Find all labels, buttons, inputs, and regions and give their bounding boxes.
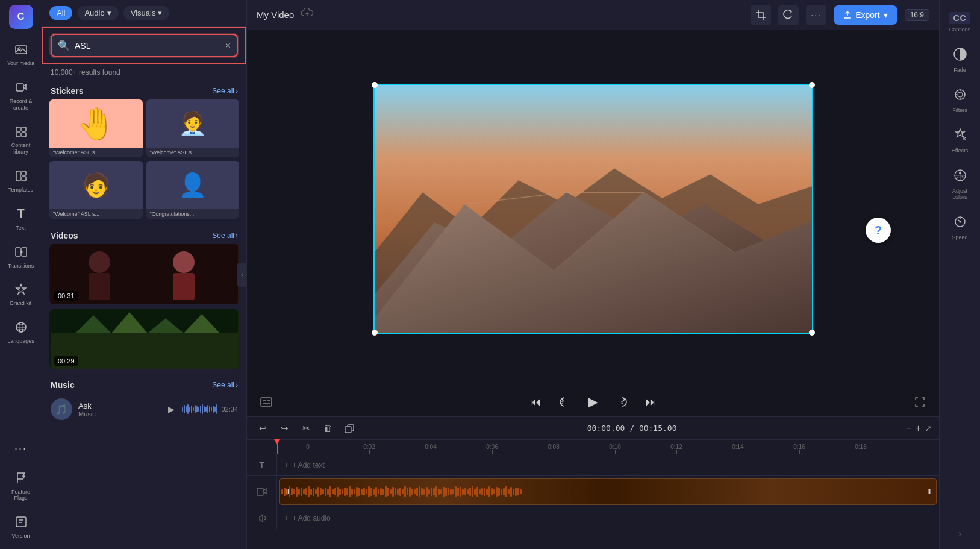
delete-button[interactable]: 🗑	[319, 420, 336, 437]
music-play-button[interactable]: ▶	[164, 402, 178, 416]
music-see-all[interactable]: See all ›	[212, 381, 238, 389]
music-info: Ask Music	[78, 401, 158, 418]
corner-handle-tl[interactable]	[372, 82, 378, 88]
stickers-grid: 🤚 "Welcome" ASL s... 🧑‍💼 "Welcome" ASL s…	[42, 99, 246, 225]
sidebar-item-brand-kit[interactable]: Brand kit	[3, 276, 39, 312]
filter-tab-visuals[interactable]: Visuals ▾	[123, 6, 170, 20]
clear-search-button[interactable]: ×	[225, 40, 231, 51]
undo-button[interactable]: ↩	[254, 420, 271, 437]
zoom-out-button[interactable]: −	[906, 423, 911, 434]
expand-timeline-button[interactable]: ⤢	[925, 424, 932, 433]
ruler-mark: 0:12	[646, 444, 707, 454]
sidebar-item-speed[interactable]: Speed	[943, 210, 978, 245]
ruler-mark: 0:04	[400, 444, 461, 454]
filter-tab-audio[interactable]: Audio ▾	[77, 6, 118, 20]
sidebar-item-text[interactable]: T Text	[3, 201, 39, 236]
sticker-item[interactable]: 🤚 "Welcome" ASL s...	[49, 99, 143, 157]
export-button[interactable]: Export ▾	[834, 5, 897, 25]
timeline-ruler: 0 0:02 0:04 0:06 0:08	[247, 440, 939, 454]
music-type: Music	[78, 410, 158, 418]
sidebar-item-effects[interactable]: Effects	[943, 123, 978, 158]
svg-text:5: 5	[621, 400, 623, 404]
sticker-thumb: 👤	[146, 161, 240, 209]
sidebar-item-version[interactable]: Version	[3, 509, 39, 544]
filter-tab-all[interactable]: All	[49, 6, 72, 20]
sidebar-item-transitions[interactable]: Transitions	[3, 239, 39, 274]
video-item[interactable]: 00:31	[49, 244, 239, 304]
svg-rect-0	[16, 46, 27, 54]
svg-rect-33	[345, 427, 351, 433]
sidebar-item-your-media[interactable]: Your media	[3, 36, 39, 72]
play-pause-button[interactable]: ▶	[584, 392, 603, 412]
search-input[interactable]	[75, 41, 220, 51]
timeline-tracks: T + + Add text ⏸	[247, 454, 939, 549]
add-text-button[interactable]: + + Add text	[277, 454, 939, 475]
corner-handle-bl[interactable]	[372, 330, 378, 336]
sticker-thumb: 🧑‍💼	[146, 99, 240, 148]
audio-track-row: + + Add audio	[247, 507, 939, 529]
fullscreen-button[interactable]	[910, 392, 929, 412]
svg-rect-8	[22, 171, 26, 175]
sticker-item[interactable]: 🧑 "Welcome" ASL s...	[49, 161, 143, 219]
forward-5s-button[interactable]: 5	[613, 392, 632, 412]
svg-rect-9	[22, 177, 26, 181]
sticker-item[interactable]: 👤 "Congratulations...	[146, 161, 240, 219]
timeline-toolbar: ↩ ↪ ✂ 🗑 00:00.00 / 00:15.00 − + ⤢	[247, 417, 939, 440]
video-track-clip[interactable]: ⏸ const heights = [8,14,10,18,12,8,16,10…	[279, 478, 937, 505]
skip-to-end-button[interactable]: ⏭	[641, 392, 661, 412]
sticker-label: "Congratulations...	[146, 209, 240, 219]
app-logo[interactable]: C	[9, 5, 33, 29]
video-item[interactable]: 00:29	[49, 309, 239, 369]
corner-handle-br[interactable]	[809, 330, 815, 336]
music-item[interactable]: 🎵 Ask Music ▶	[42, 394, 246, 425]
collapse-right-panel-button[interactable]: ›	[956, 526, 964, 542]
zoom-in-button[interactable]: +	[916, 423, 921, 434]
subtitle-toggle-button[interactable]	[257, 392, 276, 412]
fade-label: Fade	[953, 67, 966, 73]
sidebar-item-feature-flags[interactable]: Feature Flags	[3, 465, 39, 507]
video-frame	[373, 84, 813, 334]
playhead-head	[274, 439, 280, 444]
cut-button[interactable]: ✂	[298, 420, 314, 437]
help-button[interactable]: ?	[866, 218, 891, 243]
more-options-button[interactable]: ···	[806, 5, 826, 25]
rotate-button[interactable]	[778, 5, 799, 25]
stickers-see-all[interactable]: See all ›	[212, 87, 238, 95]
crop-button[interactable]	[751, 5, 771, 25]
sticker-thumb: 🤚	[49, 99, 143, 148]
sidebar-item-captions[interactable]: CC Captions	[943, 7, 978, 37]
videos-see-all[interactable]: See all ›	[212, 231, 238, 240]
templates-icon	[13, 168, 30, 184]
sidebar-item-languages[interactable]: Languages	[3, 314, 39, 350]
rewind-5s-button[interactable]: 5	[555, 392, 574, 412]
aspect-ratio-badge: 16:9	[905, 9, 929, 21]
sidebar-item-more[interactable]: ···	[3, 436, 39, 462]
sidebar-item-record-create[interactable]: Record & create	[3, 74, 39, 116]
svg-rect-30	[261, 398, 272, 406]
chevron-down-icon: ▾	[107, 8, 111, 17]
sidebar-item-content-library[interactable]: Content library	[3, 118, 39, 160]
redo-button[interactable]: ↪	[276, 420, 293, 437]
corner-handle-tr[interactable]	[809, 82, 815, 88]
sidebar-item-fade[interactable]: Fade	[943, 42, 978, 78]
skip-to-start-button[interactable]: ⏮	[526, 392, 545, 412]
svg-rect-14	[16, 517, 26, 527]
transitions-icon	[13, 243, 30, 260]
add-audio-button[interactable]: + + Add audio	[277, 507, 939, 529]
sidebar-item-filters[interactable]: Filters	[943, 83, 978, 118]
sidebar-item-adjust-colors[interactable]: Adjust colors	[943, 163, 978, 205]
duplicate-button[interactable]	[341, 420, 358, 437]
sidebar-item-templates[interactable]: Templates	[3, 163, 39, 198]
sticker-item[interactable]: 🧑‍💼 "Welcome" ASL s...	[146, 99, 240, 157]
right-sidebar: CC Captions Fade Filters	[939, 0, 980, 549]
adjust-colors-label: Adjust colors	[952, 188, 967, 200]
left-sidebar: C Your media Record & create	[0, 0, 42, 549]
music-play-controls: ▶	[164, 402, 238, 416]
svg-rect-6	[22, 133, 26, 137]
collapse-panel-button[interactable]: ‹	[237, 263, 247, 287]
svg-point-16	[89, 251, 110, 273]
sidebar-item-label-record-create: Record & create	[10, 98, 33, 111]
sticker-thumb: 🧑	[49, 161, 143, 209]
music-duration: 02:34	[221, 406, 238, 413]
playhead[interactable]	[277, 440, 278, 454]
